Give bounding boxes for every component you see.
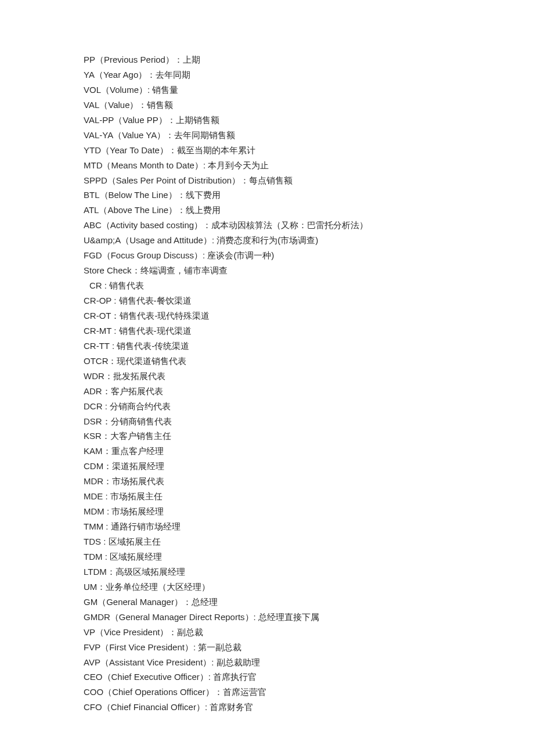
- glossary-line: VAL-YA（Value YA）：去年同期销售额: [84, 128, 534, 143]
- glossary-line: GMDR（General Manager Direct Reports）: 总经…: [84, 610, 534, 625]
- glossary-line: DCR : 分销商合约代表: [84, 399, 534, 414]
- glossary-line: VAL（Value）：销售额: [84, 98, 534, 113]
- glossary-line: WDR：批发拓展代表: [84, 369, 534, 384]
- glossary-line: ABC（Activity based costing）：成本动因核算法（又称：巴…: [84, 218, 534, 233]
- glossary-line: CR : 销售代表: [84, 278, 534, 293]
- glossary-line: VP（Vice President）：副总裁: [84, 625, 534, 640]
- glossary-line: DSR：分销商销售代表: [84, 414, 534, 429]
- glossary-line: CR-OP : 销售代表-餐饮渠道: [84, 293, 534, 308]
- glossary-line: MDR：市场拓展代表: [84, 474, 534, 489]
- glossary-line: PP（Previous Period）：上期: [84, 52, 534, 67]
- glossary-line: YTD（Year To Date）：截至当期的本年累计: [84, 143, 534, 158]
- glossary-line: CDM：渠道拓展经理: [84, 459, 534, 474]
- glossary-line: KAM：重点客户经理: [84, 444, 534, 459]
- glossary-line: ADR：客户拓展代表: [84, 384, 534, 399]
- glossary-line: MTD（Means Month to Date）: 本月到今天为止: [84, 158, 534, 173]
- glossary-line: FVP（First Vice President）: 第一副总裁: [84, 640, 534, 655]
- glossary-line: OTCR：现代渠道销售代表: [84, 354, 534, 369]
- glossary-line: TDS : 区域拓展主任: [84, 534, 534, 549]
- glossary-line: SPPD（Sales Per Point of Distribution）：每点…: [84, 173, 534, 188]
- glossary-line: MDE : 市场拓展主任: [84, 489, 534, 504]
- glossary-line: Store Check：终端调查，铺市率调查: [84, 263, 534, 278]
- glossary-line: VAL-PP（Value PP）：上期销售额: [84, 113, 534, 128]
- glossary-line: UM：业务单位经理（大区经理）: [84, 579, 534, 595]
- glossary-line: VOL（Volume）: 销售量: [84, 82, 534, 98]
- glossary-line: TDM : 区域拓展经理: [84, 549, 534, 564]
- glossary-line: CFO（Chief Financial Officer）: 首席财务官: [84, 700, 534, 715]
- glossary-line: COO（Chief Operations Officer）：首席运营官: [84, 685, 534, 700]
- glossary-line: ATL（Above The Line）：线上费用: [84, 203, 534, 218]
- glossary-line: YA（Year Ago）：去年同期: [84, 67, 534, 82]
- glossary-line: GM（General Manager）：总经理: [84, 595, 534, 610]
- glossary-line: MDM : 市场拓展经理: [84, 504, 534, 519]
- glossary-line: LTDM：高级区域拓展经理: [84, 564, 534, 579]
- glossary-line: TMM : 通路行销市场经理: [84, 519, 534, 534]
- glossary-line: FGD（Focus Group Discuss）: 座谈会(市调一种): [84, 248, 534, 263]
- glossary-line: AVP（Assistant Vice President）: 副总裁助理: [84, 655, 534, 670]
- glossary-line: CR-TT : 销售代表-传统渠道: [84, 339, 534, 354]
- glossary-line: KSR：大客户销售主任: [84, 429, 534, 444]
- glossary-line: BTL（Below The Line）：线下费用: [84, 188, 534, 203]
- glossary-line: U&amp;A（Usage and Attitude）: 消费态度和行为(市场调…: [84, 233, 534, 248]
- glossary-line: CR-MT : 销售代表-现代渠道: [84, 323, 534, 339]
- document-body: PP（Previous Period）：上期YA（Year Ago）：去年同期V…: [84, 52, 534, 715]
- glossary-line: CR-OT：销售代表-现代特殊渠道: [84, 308, 534, 323]
- glossary-line: CEO（Chief Executive Officer）: 首席执行官: [84, 669, 534, 685]
